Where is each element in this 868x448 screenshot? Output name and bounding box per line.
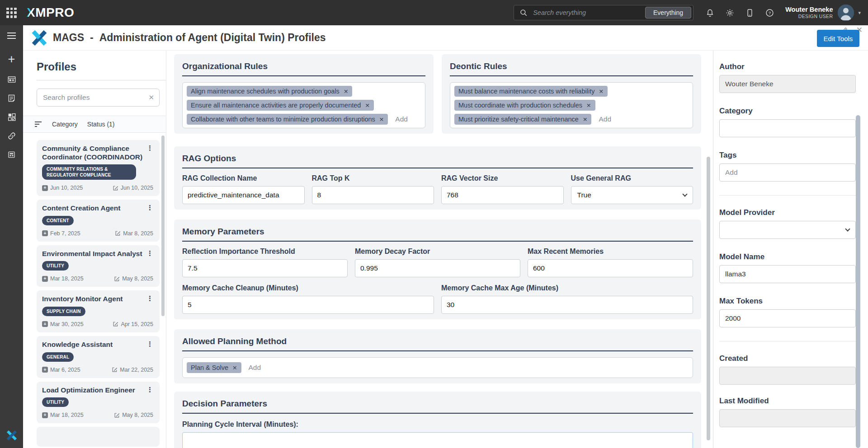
category-badge: COMMUNITY RELATIONS & REGULATORY COMPLIA… (42, 164, 136, 180)
filter-category[interactable]: Category (52, 121, 78, 128)
window-icon[interactable] (7, 75, 17, 84)
profile-name: Inventory Monitor Agent (42, 295, 123, 303)
tags-input[interactable] (719, 163, 856, 182)
topbar: XMPRO Everything ? Wouter Beneke DESIGN … (0, 0, 868, 25)
user-menu-caret-icon[interactable]: ▾ (858, 10, 861, 16)
list-item-partial[interactable] (37, 427, 160, 447)
metadata-scrollbar[interactable] (856, 115, 860, 448)
rule-tag: Must prioritize safety-critical maintena… (454, 114, 591, 125)
search-scope-button[interactable]: Everything (645, 7, 691, 19)
kebab-menu-icon[interactable]: ⋮ (143, 204, 154, 212)
add-tag-label[interactable]: Add (395, 115, 408, 123)
max-tokens-input[interactable] (719, 309, 856, 327)
model-provider-select[interactable] (719, 221, 856, 239)
kebab-menu-icon[interactable]: ⋮ (143, 341, 154, 348)
filter-status[interactable]: Status (1) (87, 121, 115, 128)
add-tag-label[interactable]: Add (599, 115, 611, 123)
kebab-menu-icon[interactable]: ⋮ (143, 386, 154, 394)
search-profiles-input[interactable] (42, 93, 146, 102)
profile-card[interactable]: Community & Compliance Coordinator (COOR… (37, 140, 160, 196)
clear-search-icon[interactable]: ✕ (146, 93, 154, 102)
memory-cache-cleanup-label: Memory Cache Cleanup (Minutes) (182, 284, 434, 292)
modified-date: Mar 22, 2025 (112, 367, 153, 373)
max-recent-memories-input[interactable] (528, 259, 693, 277)
profiles-list: Community & Compliance Coordinator (COOR… (37, 140, 160, 447)
profile-card[interactable]: Knowledge Assistant ⋮ GENERAL + Mar 6, 2… (37, 336, 160, 378)
tags-label: Tags (719, 151, 856, 160)
rag-collection-name-input[interactable] (182, 186, 305, 204)
add-icon[interactable]: + (8, 53, 15, 65)
form-document-icon[interactable] (7, 93, 16, 103)
notifications-icon[interactable] (705, 8, 715, 18)
memory-cache-max-age-input[interactable] (441, 296, 693, 314)
profiles-scrollbar[interactable] (161, 135, 165, 316)
deontic-rules-section: Deontic Rules Add Must balance maintenan… (442, 54, 701, 134)
memory-parameters-section: Memory Parameters Reflection Importance … (174, 219, 701, 319)
app-grid-icon[interactable] (6, 8, 17, 18)
modified-date: May 8, 2025 (114, 412, 153, 418)
filter-icon[interactable] (35, 121, 42, 127)
use-general-rag-select[interactable]: True (571, 186, 693, 204)
global-search[interactable]: Everything (514, 5, 693, 20)
modified-date: Jun 10, 2025 (113, 185, 153, 191)
kebab-menu-icon[interactable]: ⋮ (143, 145, 154, 152)
remove-tag-icon[interactable]: ✕ (586, 102, 591, 109)
left-rail: + (0, 25, 23, 448)
rag-collection-name-label: RAG Collection Name (182, 174, 305, 182)
user-role: DESIGN USER (785, 14, 833, 19)
remove-tag-icon[interactable]: ✕ (365, 102, 369, 109)
profile-card[interactable]: Inventory Monitor Agent ⋮ SUPPLY CHAIN +… (37, 290, 160, 332)
memory-cache-cleanup-input[interactable] (182, 296, 434, 314)
planning-method-tagbox[interactable]: Add Plan & Solve ✕ (182, 357, 693, 378)
mobile-icon[interactable] (745, 8, 755, 18)
page-title: Administration of Agent (Digital Twin) P… (99, 32, 326, 44)
category-label: Category (719, 107, 856, 116)
edit-tools-button[interactable]: Edit Tools (817, 30, 859, 47)
organizational-rules-section: Organizational Rules Add Align maintenan… (174, 54, 434, 134)
link-icon[interactable] (7, 131, 17, 141)
global-search-input[interactable] (532, 9, 645, 17)
profile-card[interactable]: Environmental Impact Analyst ⋮ UTILITY +… (37, 245, 160, 287)
deontic-rules-tagbox[interactable]: Add Must balance maintenance costs with … (450, 82, 693, 128)
main-scrollbar[interactable] (707, 157, 710, 440)
remove-tag-icon[interactable]: ✕ (379, 116, 384, 123)
planning-cycle-interval-label: Planning Cycle Interval (Minutes): (182, 420, 693, 429)
model-provider-label: Model Provider (719, 208, 856, 217)
section-title: Decision Parameters (182, 399, 693, 414)
settings-icon[interactable] (725, 8, 735, 18)
model-name-input[interactable] (719, 265, 856, 283)
memory-decay-factor-input[interactable] (355, 259, 520, 277)
kebab-menu-icon[interactable]: ⋮ (143, 250, 154, 257)
rag-vector-size-input[interactable] (441, 186, 564, 204)
remove-tag-icon[interactable]: ✕ (583, 116, 587, 123)
reflection-importance-threshold-label: Reflection Importance Threshold (182, 247, 348, 256)
divider (719, 341, 856, 341)
rule-tag: Ensure all maintenance activities are pr… (187, 100, 374, 111)
profile-name: Environmental Impact Analyst (42, 250, 142, 258)
avatar[interactable] (838, 5, 854, 21)
created-date: + Mar 6, 2025 (42, 367, 80, 373)
category-input[interactable] (719, 119, 856, 137)
add-tag-label[interactable]: Add (249, 364, 261, 372)
created-date: + Feb 7, 2025 (42, 230, 80, 237)
profile-card[interactable]: Load Optimization Engineer ⋮ UTILITY + M… (37, 382, 160, 424)
rag-vector-size-label: RAG Vector Size (441, 174, 564, 182)
remove-tag-icon[interactable]: ✕ (232, 364, 237, 371)
help-icon[interactable]: ? (765, 8, 774, 18)
kebab-menu-icon[interactable]: ⋮ (143, 295, 154, 303)
planning-cycle-interval-input[interactable] (182, 432, 693, 448)
use-general-rag-label: Use General RAG (571, 174, 693, 182)
max-tokens-label: Max Tokens (719, 297, 856, 306)
organizational-rules-tagbox[interactable]: Add Align maintenance schedules with pro… (182, 82, 425, 128)
rag-top-k-input[interactable] (312, 186, 434, 204)
decision-parameters-section: Decision Parameters Planning Cycle Inter… (174, 392, 701, 448)
remove-tag-icon[interactable]: ✕ (344, 88, 348, 95)
blocks-icon[interactable] (7, 112, 17, 122)
calculator-icon[interactable] (7, 150, 16, 159)
memory-cache-max-age-label: Memory Cache Max Age (Minutes) (441, 284, 693, 292)
profile-card[interactable]: Content Creation Agent ⋮ CONTENT + Feb 7… (37, 200, 160, 242)
chevron-down-icon (682, 191, 687, 196)
reflection-importance-threshold-input[interactable] (182, 259, 348, 277)
menu-icon[interactable] (7, 33, 16, 39)
remove-tag-icon[interactable]: ✕ (599, 88, 603, 95)
